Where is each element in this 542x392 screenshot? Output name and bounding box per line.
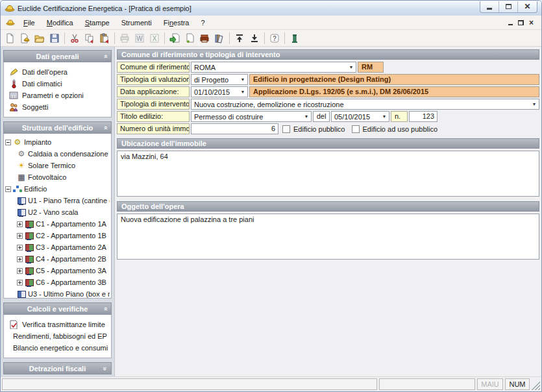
export-excel-button[interactable]: X xyxy=(147,31,162,45)
tree-node-caldaia[interactable]: ⚙ Caldaia a condensazione xyxy=(5,148,110,160)
save-button[interactable] xyxy=(47,31,62,45)
chevron-up-icon[interactable]: » xyxy=(101,307,109,311)
chevron-down-icon[interactable]: ▼ xyxy=(238,77,247,82)
print-button[interactable] xyxy=(117,31,132,45)
status-panel-main xyxy=(2,378,377,390)
chevron-down-icon[interactable]: ▼ xyxy=(530,102,539,106)
unita-input[interactable]: 6 xyxy=(191,123,278,134)
new-wizard-button[interactable] xyxy=(18,31,32,45)
unit-icon xyxy=(25,220,34,228)
tree-node-edificio[interactable]: Edificio xyxy=(5,183,110,195)
menu-help[interactable]: ? xyxy=(195,17,210,29)
expand-expander-icon[interactable] xyxy=(17,221,23,227)
ubicazione-textarea[interactable]: via Mazzini, 64 xyxy=(117,151,539,197)
panel-title: Calcoli e verifiche xyxy=(27,305,88,313)
tree-node-solare[interactable]: ☀ Solare Termico xyxy=(5,160,110,171)
close-button[interactable]: ✕ xyxy=(518,1,537,12)
sidebar-item-dati-climatici[interactable]: Dati climatici xyxy=(6,78,108,90)
add-record-button[interactable] xyxy=(182,31,197,45)
exit-button[interactable] xyxy=(288,31,302,45)
open-button[interactable] xyxy=(32,31,47,45)
svg-text:?: ? xyxy=(273,35,277,42)
tree-node-c1[interactable]: C1 - Appartamento 1A xyxy=(5,218,110,230)
chevron-down-icon[interactable]: » xyxy=(101,367,109,371)
tree-node-c4[interactable]: C4 - Appartamento 2B xyxy=(5,253,110,265)
sidebar-item-label: Rendimenti, fabbisogni ed EP xyxy=(13,332,107,340)
intervento-combobox[interactable]: Nuova costruzione, demolizione e ricostr… xyxy=(191,99,539,110)
expand-expander-icon[interactable] xyxy=(17,245,23,251)
titolo-combobox[interactable]: Permesso di costruire ▼ xyxy=(191,111,312,122)
data-applicazione-combobox[interactable]: 01/10/2015 ▼ xyxy=(191,86,248,97)
help-button[interactable]: ? xyxy=(267,31,282,45)
checkbox-icon[interactable] xyxy=(282,125,290,133)
expand-expander-icon[interactable] xyxy=(17,280,23,286)
panel-struttura-header[interactable]: Struttura dell'edificio » xyxy=(3,121,112,134)
panel-dati-generali-body: Dati dell'opera Dati climatici Parametri… xyxy=(3,62,112,117)
menu-file[interactable]: File xyxy=(18,17,41,29)
comune-combobox[interactable]: ROMA ▼ xyxy=(191,62,356,73)
toolbar: W X ? xyxy=(1,30,541,47)
mdi-close-icon[interactable]: × xyxy=(529,19,534,26)
solar-thermal-icon: ☀ xyxy=(17,162,26,170)
tree-node-c3[interactable]: C3 - Appartamento 2A xyxy=(5,241,110,253)
mdi-restore-icon[interactable] xyxy=(518,20,524,25)
minimize-button[interactable] xyxy=(480,1,499,12)
mdi-minimize-icon[interactable] xyxy=(508,24,513,25)
panel-calcoli-header[interactable]: Calcoli e verifiche » xyxy=(3,302,112,315)
expand-expander-icon[interactable] xyxy=(17,268,23,274)
sidebar-item-bilancio[interactable]: Bilancio energetico e consumi xyxy=(6,342,108,354)
minimize-icon xyxy=(487,8,492,10)
expand-expander-icon[interactable] xyxy=(17,256,23,262)
chevron-down-icon[interactable]: ▼ xyxy=(302,114,311,119)
numero-titolo-input[interactable]: 123 xyxy=(409,111,437,122)
menu-strumenti[interactable]: Strumenti xyxy=(116,17,158,29)
tree-node-c6[interactable]: C6 - Appartamento 3B xyxy=(5,276,110,288)
maximize-button[interactable] xyxy=(499,1,518,12)
chevron-down-icon[interactable]: ▼ xyxy=(380,114,389,119)
library-button[interactable] xyxy=(212,31,227,45)
tree-node-c2[interactable]: C2 - Appartamento 1B xyxy=(5,230,110,241)
oggetto-textarea[interactable]: Nuova edificazione di palazzina a tre pi… xyxy=(117,214,539,260)
panel-dati-generali: Dati generali » Dati dell'opera Dati cli… xyxy=(3,50,112,117)
panel-dati-generali-header[interactable]: Dati generali » xyxy=(3,50,112,62)
edificio-pubblico-checkbox[interactable]: Edificio pubblico xyxy=(280,123,348,134)
panel-detrazioni-header[interactable]: Detrazioni fiscali » xyxy=(3,362,112,374)
chevron-down-icon[interactable]: ▼ xyxy=(347,65,356,69)
cut-button[interactable] xyxy=(68,31,82,45)
tree-node-c5[interactable]: C5 - Appartamento 3A xyxy=(5,265,110,276)
copy-button[interactable] xyxy=(82,31,97,45)
menu-modifica[interactable]: Modifica xyxy=(41,17,79,29)
expand-all-button[interactable] xyxy=(247,31,262,45)
menu-stampe[interactable]: Stampe xyxy=(79,17,116,29)
tree-node-fotovoltaico[interactable]: ▦ Fotovoltaico xyxy=(5,171,110,183)
paste-button[interactable] xyxy=(97,31,112,45)
collapse-all-button[interactable] xyxy=(232,31,247,45)
checkbox-icon[interactable] xyxy=(352,125,360,133)
chevron-up-icon[interactable]: » xyxy=(101,126,109,130)
tree-node-u2[interactable]: U2 - Vano scala xyxy=(5,206,110,218)
sidebar-item-rendimenti[interactable]: Rendimenti, fabbisogni ed EP xyxy=(6,330,108,342)
collapse-expander-icon[interactable] xyxy=(5,140,11,145)
sidebar-item-soggetti[interactable]: Soggetti xyxy=(6,101,108,113)
chevron-up-icon[interactable]: » xyxy=(101,55,109,58)
chevron-down-icon[interactable]: ▼ xyxy=(238,90,247,94)
resize-grip[interactable] xyxy=(532,378,540,390)
export-button[interactable] xyxy=(197,31,212,45)
sidebar-item-label: Soggetti xyxy=(22,103,48,111)
numero-label: n. xyxy=(391,111,408,122)
expand-expander-icon[interactable] xyxy=(17,233,23,239)
collapse-expander-icon[interactable] xyxy=(5,186,11,192)
import-button[interactable] xyxy=(167,31,182,45)
titolo-date-combobox[interactable]: 05/10/2015 ▼ xyxy=(331,111,389,122)
sidebar-item-dati-opera[interactable]: Dati dell'opera xyxy=(6,66,108,78)
tree-node-impianto[interactable]: ⚙ Impianto xyxy=(5,136,110,148)
new-document-button[interactable] xyxy=(3,31,17,45)
tree-node-u3[interactable]: U3 - Ultimo Piano (box e rip xyxy=(5,288,110,299)
sidebar-item-parametri[interactable]: Parametri e opzioni xyxy=(6,90,108,101)
edificio-uso-pubblico-checkbox[interactable]: Edificio ad uso pubblico xyxy=(349,123,441,134)
menu-finestra[interactable]: Finestra xyxy=(158,17,195,29)
valutazione-combobox[interactable]: di Progetto ▼ xyxy=(191,74,248,85)
export-word-button[interactable]: W xyxy=(132,31,147,45)
tree-node-u1[interactable]: U1 - Piano Terra (cantine e xyxy=(5,195,110,206)
sidebar-item-verifica[interactable]: Verifica trasmittanze limite xyxy=(6,319,108,330)
